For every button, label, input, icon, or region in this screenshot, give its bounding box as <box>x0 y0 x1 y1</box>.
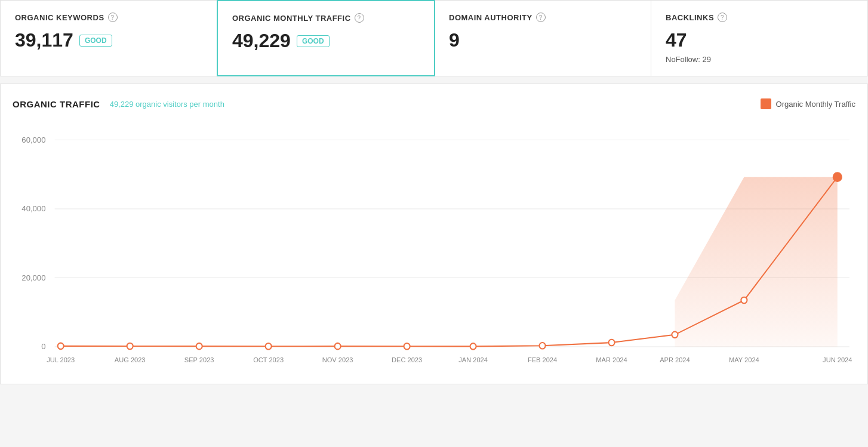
card-number-organic-monthly-traffic: 49,229 <box>232 30 291 52</box>
card-domain-authority: DOMAIN AUTHORITY?9 <box>435 1 651 76</box>
data-point-0 <box>58 343 64 350</box>
card-number-organic-keywords: 39,117 <box>15 29 73 51</box>
chart-header: ORGANIC TRAFFIC 49,229 organic visitors … <box>13 98 855 109</box>
data-point-10 <box>741 297 747 304</box>
chart-subtitle-text: 49,229 organic visitors per month <box>110 100 224 109</box>
chart-section: ORGANIC TRAFFIC 49,229 organic visitors … <box>0 84 868 384</box>
svg-text:FEB 2024: FEB 2024 <box>528 356 557 363</box>
svg-text:MAR 2024: MAR 2024 <box>596 356 627 363</box>
help-icon-backlinks[interactable]: ? <box>718 13 727 22</box>
data-point-1 <box>127 343 133 350</box>
card-title-organic-keywords: ORGANIC KEYWORDS? <box>15 13 202 22</box>
badge-organic-monthly-traffic: GOOD <box>297 35 330 47</box>
card-value-domain-authority: 9 <box>449 29 636 51</box>
data-point-4 <box>335 343 341 350</box>
data-point-5 <box>404 343 410 350</box>
data-point-8 <box>608 340 614 346</box>
chart-container: 60,000 40,000 20,000 0 <box>13 121 855 372</box>
chart-header-left: ORGANIC TRAFFIC 49,229 organic visitors … <box>13 99 224 109</box>
chart-svg: 60,000 40,000 20,000 0 <box>13 121 855 372</box>
card-number-domain-authority: 9 <box>449 29 460 51</box>
card-organic-monthly-traffic: ORGANIC MONTHLY TRAFFIC?49,229GOOD <box>217 0 435 76</box>
svg-text:JUL 2023: JUL 2023 <box>47 356 75 363</box>
top-cards-row: ORGANIC KEYWORDS?39,117GOODORGANIC MONTH… <box>0 0 868 76</box>
svg-text:20,000: 20,000 <box>21 273 45 282</box>
data-point-2 <box>196 343 202 350</box>
svg-text:AUG 2023: AUG 2023 <box>115 356 146 363</box>
svg-text:DEC 2023: DEC 2023 <box>392 356 422 363</box>
card-value-backlinks: 47 <box>666 29 853 51</box>
chart-area-fill <box>675 177 837 347</box>
chart-subtitle: 49,229 organic visitors per month <box>110 100 224 109</box>
legend-color-box <box>761 98 771 109</box>
card-title-backlinks: BACKLINKS? <box>666 13 853 22</box>
chart-section-title: ORGANIC TRAFFIC <box>13 99 100 109</box>
data-point-7 <box>540 343 546 349</box>
data-point-3 <box>266 343 272 350</box>
svg-text:APR 2024: APR 2024 <box>660 356 690 363</box>
svg-text:0: 0 <box>41 342 45 351</box>
svg-text:MAY 2024: MAY 2024 <box>729 356 759 363</box>
badge-organic-keywords: GOOD <box>79 35 112 47</box>
svg-text:OCT 2023: OCT 2023 <box>253 356 284 363</box>
card-title-organic-monthly-traffic: ORGANIC MONTHLY TRAFFIC? <box>232 13 420 23</box>
help-icon-domain-authority[interactable]: ? <box>536 13 546 22</box>
svg-text:60,000: 60,000 <box>21 135 45 144</box>
card-value-organic-monthly-traffic: 49,229GOOD <box>232 30 420 52</box>
data-point-11 <box>833 172 842 181</box>
data-point-6 <box>470 343 476 350</box>
card-title-domain-authority: DOMAIN AUTHORITY? <box>449 13 636 22</box>
help-icon-organic-monthly-traffic[interactable]: ? <box>355 13 364 23</box>
card-number-backlinks: 47 <box>666 29 687 51</box>
card-value-organic-keywords: 39,117GOOD <box>15 29 202 51</box>
card-organic-keywords: ORGANIC KEYWORDS?39,117GOOD <box>1 1 217 76</box>
svg-text:40,000: 40,000 <box>21 204 45 213</box>
svg-text:SEP 2023: SEP 2023 <box>184 356 214 363</box>
card-sub-backlinks: NoFollow: 29 <box>666 55 853 64</box>
legend-label: Organic Monthly Traffic <box>776 100 855 109</box>
chart-legend: Organic Monthly Traffic <box>761 98 855 109</box>
card-backlinks: BACKLINKS?47NoFollow: 29 <box>651 1 867 76</box>
svg-text:JUN 2024: JUN 2024 <box>823 356 852 363</box>
svg-text:NOV 2023: NOV 2023 <box>322 356 353 363</box>
svg-text:JAN 2024: JAN 2024 <box>458 356 488 363</box>
help-icon-organic-keywords[interactable]: ? <box>108 13 118 22</box>
data-point-9 <box>672 332 678 338</box>
